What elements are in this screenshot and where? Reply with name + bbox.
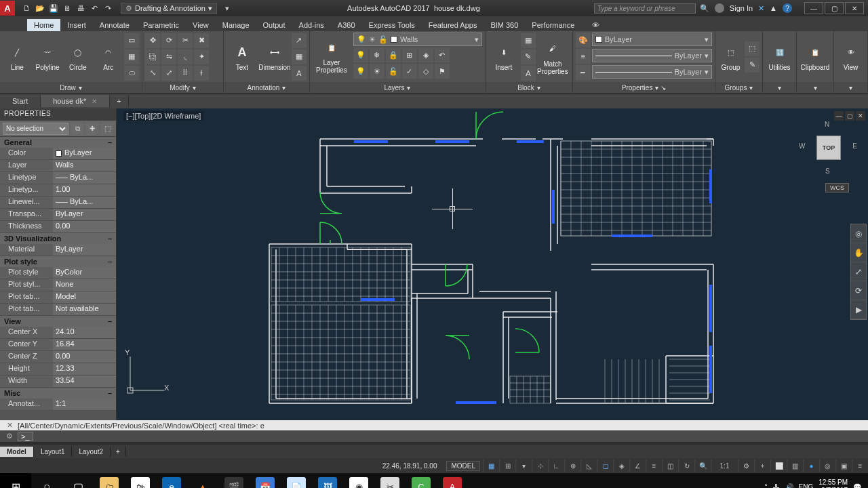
tray-network-icon[interactable]: 🖧: [773, 483, 780, 489]
view-button[interactable]: 👁View: [837, 42, 865, 71]
panel-utilities-title[interactable]: ▾: [763, 82, 796, 93]
infer-constraint-icon[interactable]: ▾: [515, 460, 532, 472]
copy-icon[interactable]: ⿻: [145, 49, 160, 64]
layer-state-icon[interactable]: ⚑: [435, 64, 450, 79]
panel-view-title[interactable]: ▾: [834, 82, 867, 93]
file-tab-active[interactable]: house dk*✕: [41, 95, 110, 107]
steering-wheel-icon[interactable]: ◎: [851, 224, 866, 243]
circle-button[interactable]: ◯Circle: [64, 42, 93, 71]
prop-value[interactable]: Walls: [53, 160, 116, 171]
tray-clock[interactable]: 12:55 PM 2/7/2017: [818, 479, 848, 488]
file-tab-start[interactable]: Start: [0, 95, 41, 107]
workspace-switcher[interactable]: ⚙ Drafting & Annotation ▾: [121, 3, 217, 14]
color-control-icon[interactable]: 🎨: [576, 33, 591, 47]
prop-value[interactable]: ByLa...: [53, 172, 116, 184]
selection-dropdown[interactable]: No selection: [3, 123, 68, 135]
panel-draw-title[interactable]: Draw ▾: [0, 82, 142, 93]
rotate-icon[interactable]: ⟳: [161, 33, 176, 48]
isolate-objects-icon[interactable]: ◎: [819, 460, 835, 472]
3dosnap-icon[interactable]: ◈: [613, 460, 629, 472]
stretch-icon[interactable]: ⤡: [145, 66, 160, 81]
tab-layout1[interactable]: Layout1: [34, 447, 73, 457]
clean-screen-icon[interactable]: ▣: [835, 460, 852, 472]
otrack-icon[interactable]: ∠: [629, 460, 646, 472]
pick-add-icon[interactable]: ✚: [86, 123, 98, 135]
explode-icon[interactable]: ✦: [194, 49, 209, 64]
add-layout-button[interactable]: +: [111, 447, 126, 457]
tab-bim360[interactable]: BIM 360: [484, 19, 525, 31]
panel-annotation-title[interactable]: Annotation ▾: [224, 82, 309, 93]
model-space-button[interactable]: MODEL: [446, 461, 480, 471]
tab-model[interactable]: Model: [0, 447, 34, 457]
linetype-control-icon[interactable]: ━: [576, 65, 591, 80]
maximize-button[interactable]: ▢: [825, 2, 844, 14]
insert-button[interactable]: ⬇Insert: [488, 42, 519, 71]
tab-insert[interactable]: Insert: [60, 19, 93, 31]
linetype-dropdown[interactable]: ByLayer▾: [592, 65, 712, 79]
tab-layout2[interactable]: Layout2: [72, 447, 111, 457]
hatch-icon[interactable]: ▦: [124, 49, 139, 64]
layer-freeze-icon[interactable]: ❄: [370, 47, 384, 62]
text-button[interactable]: AText: [226, 42, 258, 71]
layer-on-icon[interactable]: 💡: [353, 64, 368, 79]
lineweight-dropdown[interactable]: ByLayer▾: [592, 49, 712, 62]
prop-row[interactable]: Thickness0.00: [0, 221, 116, 233]
layer-iso-icon[interactable]: ◈: [418, 47, 433, 62]
layer-make-icon[interactable]: ✓: [402, 64, 417, 79]
notepad-icon[interactable]: 📄: [281, 473, 312, 488]
layer-unlock-icon[interactable]: 🔓: [386, 64, 401, 79]
tab-express[interactable]: Express Tools: [362, 19, 422, 31]
annotation-scale-icon[interactable]: 🔍: [694, 460, 711, 472]
quick-select-icon[interactable]: ⧉: [71, 123, 83, 135]
lineweight-toggle-icon[interactable]: ≡: [646, 460, 662, 472]
utilities-button[interactable]: 🔢Utilities: [766, 42, 793, 71]
photos-icon[interactable]: 🖼: [312, 473, 343, 488]
group-edit-icon[interactable]: ✎: [745, 58, 760, 73]
arc-button[interactable]: ◠Arc: [94, 42, 123, 71]
prop-value[interactable]: Not available: [53, 304, 116, 315]
prop-row[interactable]: Width33.54: [0, 375, 116, 388]
layer-lock-icon[interactable]: 🔒: [386, 47, 401, 62]
prop-section-misc[interactable]: Misc–: [0, 388, 116, 399]
prop-row[interactable]: MaterialByLayer: [0, 244, 116, 256]
open-icon[interactable]: 📂: [34, 2, 46, 14]
customize-status-icon[interactable]: ≡: [852, 460, 868, 472]
prop-row[interactable]: Center X24.10: [0, 327, 116, 339]
new-icon[interactable]: 🗋: [20, 2, 33, 14]
transparency-icon[interactable]: ◫: [662, 460, 678, 472]
panel-groups-title[interactable]: Groups ▾: [715, 82, 762, 93]
prop-value[interactable]: 33.54: [53, 375, 116, 387]
prop-value[interactable]: 24.10: [53, 327, 116, 338]
tab-output[interactable]: Output: [256, 19, 292, 31]
cmdline-options-icon[interactable]: ⚙: [4, 432, 15, 441]
infocenter-search-icon[interactable]: 🔍: [700, 4, 709, 13]
prop-value[interactable]: 0.00: [53, 351, 116, 363]
tab-view[interactable]: View: [186, 19, 216, 31]
tab-annotate[interactable]: Annotate: [93, 19, 136, 31]
edge-icon[interactable]: e: [156, 473, 187, 488]
leader-icon[interactable]: ↗: [292, 33, 307, 48]
undo-icon[interactable]: ↶: [88, 2, 100, 14]
vlc-icon[interactable]: ▲: [187, 473, 218, 488]
tab-performance[interactable]: Performance: [525, 19, 581, 31]
polar-tracking-icon[interactable]: ⊕: [564, 460, 580, 472]
prop-value[interactable]: ByLa...: [53, 197, 116, 208]
scale-icon[interactable]: ⤢: [161, 66, 176, 81]
prop-value[interactable]: 12.33: [53, 363, 116, 375]
a360-icon[interactable]: ▲: [770, 4, 777, 12]
calendar-icon[interactable]: 📅: [250, 473, 281, 488]
snip-icon[interactable]: ✂: [374, 473, 406, 488]
mtext-icon[interactable]: A: [292, 66, 307, 81]
exchange-icon[interactable]: ✕: [758, 4, 764, 13]
tab-a360[interactable]: A360: [331, 19, 362, 31]
prop-value[interactable]: 1.00: [53, 184, 116, 196]
annotation-monitor-icon[interactable]: +: [754, 460, 770, 472]
prop-section-plot[interactable]: Plot style–: [0, 256, 116, 267]
trim-icon[interactable]: ✂: [178, 33, 193, 48]
polyline-button[interactable]: 〰Polyline: [33, 42, 62, 71]
save-icon[interactable]: 💾: [47, 2, 60, 14]
sign-in-button[interactable]: Sign In: [730, 4, 753, 12]
layer-off-icon[interactable]: 💡: [353, 47, 368, 62]
layer-prev-icon[interactable]: ↶: [435, 47, 450, 62]
ortho-mode-icon[interactable]: ∟: [548, 460, 564, 472]
